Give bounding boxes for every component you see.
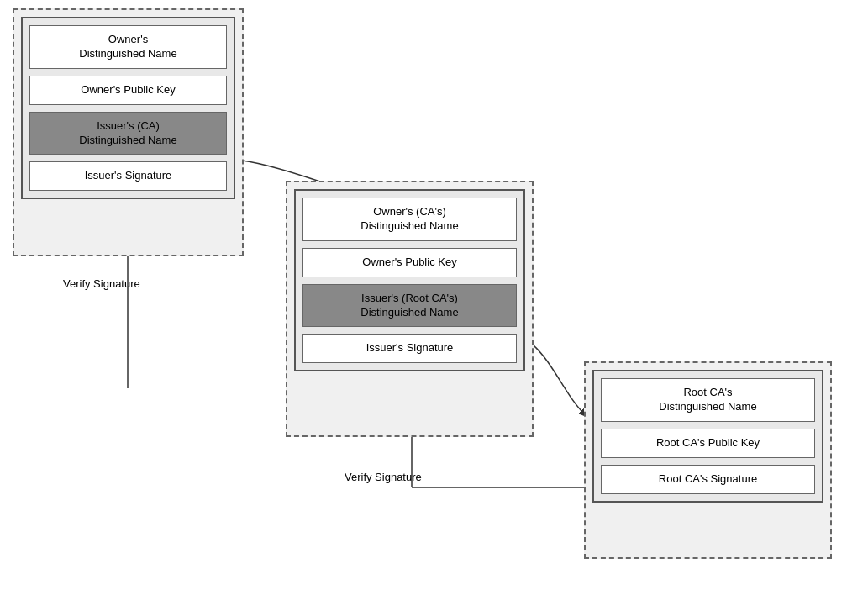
box2-outer: Owner's (CA's) Distinguished Name Owner'… <box>286 181 534 437</box>
box1-dn-label: Owner's Distinguished Name <box>79 33 176 60</box>
box2-sig-label: Issuer's Signature <box>366 341 454 354</box>
verify-label-2: Verify Signature <box>345 471 422 483</box>
box3-dn-label: Root CA's Distinguished Name <box>659 386 756 413</box>
box3-pk-field: Root CA's Public Key <box>601 429 815 458</box>
box1-sig-label: Issuer's Signature <box>85 169 172 182</box>
box1-outer: Owner's Distinguished Name Owner's Publi… <box>13 8 244 256</box>
verify-text-1: Verify Signature <box>63 277 140 290</box>
box3-sig-label: Root CA's Signature <box>659 472 757 485</box>
box2-idn-field: Issuer's (Root CA's) Distinguished Name <box>302 284 517 328</box>
box1-idn-field: Issuer's (CA) Distinguished Name <box>29 112 227 155</box>
box3-sig-field: Root CA's Signature <box>601 465 815 494</box>
diagram-container: Owner's Distinguished Name Owner's Publi… <box>0 0 868 590</box>
box2-pk-field: Owner's Public Key <box>302 248 517 277</box>
box2-pk-label: Owner's Public Key <box>362 255 456 268</box>
box3-dn-field: Root CA's Distinguished Name <box>601 378 815 422</box>
box2-idn-label: Issuer's (Root CA's) Distinguished Name <box>360 292 458 319</box>
verify-label-1: Verify Signature <box>63 277 140 290</box>
box2-dn-label: Owner's (CA's) Distinguished Name <box>360 205 458 232</box>
box2-dn-field: Owner's (CA's) Distinguished Name <box>302 198 517 241</box>
box1-dn-field: Owner's Distinguished Name <box>29 25 227 69</box>
box1-pk-field: Owner's Public Key <box>29 76 227 105</box>
box1-sig-field: Issuer's Signature <box>29 161 227 191</box>
box1-idn-label: Issuer's (CA) Distinguished Name <box>79 119 176 146</box>
box3-pk-label: Root CA's Public Key <box>656 436 760 449</box>
box1-pk-label: Owner's Public Key <box>81 83 175 96</box>
verify-text-2: Verify Signature <box>345 471 422 483</box>
box3-outer: Root CA's Distinguished Name Root CA's P… <box>584 361 832 559</box>
box2-sig-field: Issuer's Signature <box>302 334 517 363</box>
